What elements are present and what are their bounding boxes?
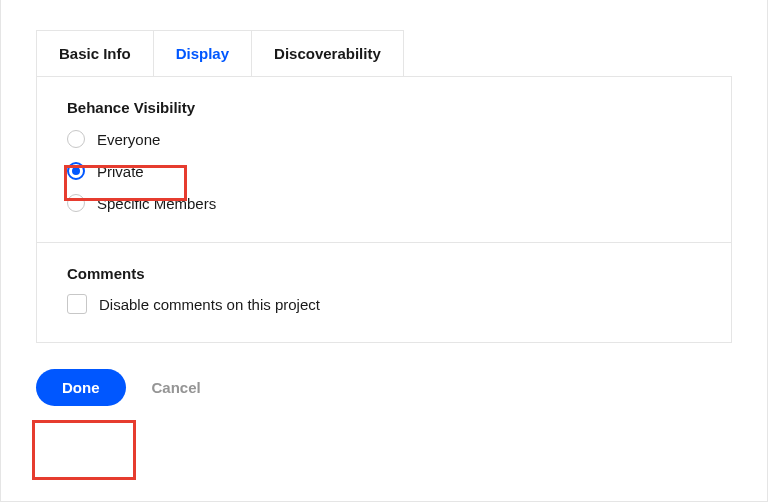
tab-basic-info[interactable]: Basic Info [36, 30, 154, 76]
radio-circle-icon [67, 130, 85, 148]
display-panel: Behance Visibility Everyone Private Spec… [36, 76, 732, 343]
radio-circle-icon [67, 162, 85, 180]
checkbox-icon[interactable] [67, 294, 87, 314]
footer-actions: Done Cancel [1, 343, 767, 406]
radio-circle-icon [67, 194, 85, 212]
done-button[interactable]: Done [36, 369, 126, 406]
tabs-row: Basic Info Display Discoverability [36, 30, 732, 76]
cancel-button[interactable]: Cancel [152, 379, 201, 396]
highlight-box-done [32, 420, 136, 480]
radio-everyone[interactable]: Everyone [67, 128, 166, 150]
disable-comments-row[interactable]: Disable comments on this project [67, 294, 701, 314]
settings-panel: Basic Info Display Discoverability Behan… [1, 0, 767, 343]
radio-specific-label: Specific Members [97, 195, 216, 212]
tab-discoverability[interactable]: Discoverability [252, 30, 404, 76]
radio-everyone-label: Everyone [97, 131, 160, 148]
radio-dot-icon [72, 167, 80, 175]
visibility-radio-group: Everyone Private Specific Members [67, 128, 701, 214]
comments-title: Comments [67, 265, 701, 282]
radio-private[interactable]: Private [67, 160, 150, 182]
radio-private-label: Private [97, 163, 144, 180]
tab-display[interactable]: Display [154, 30, 252, 76]
visibility-section: Behance Visibility Everyone Private Spec… [37, 77, 731, 242]
visibility-title: Behance Visibility [67, 99, 701, 116]
comments-section: Comments Disable comments on this projec… [37, 242, 731, 342]
radio-specific-members[interactable]: Specific Members [67, 192, 222, 214]
disable-comments-label: Disable comments on this project [99, 296, 320, 313]
